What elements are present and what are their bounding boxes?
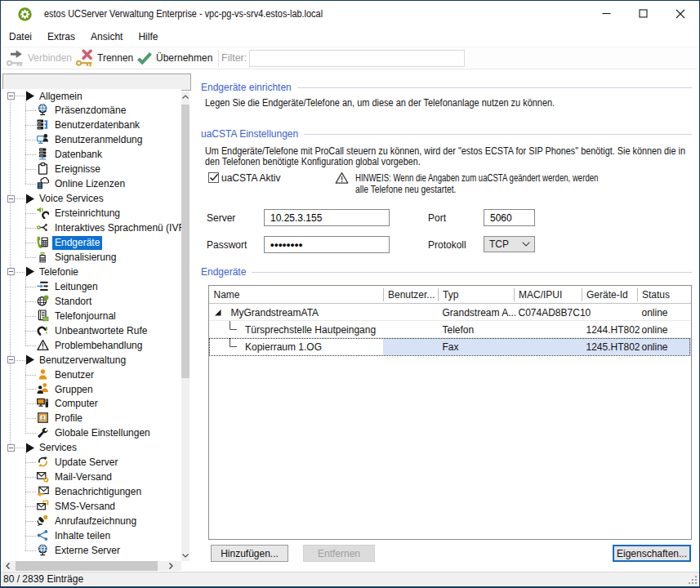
tree-item-update-server[interactable]: Update Server — [2, 455, 181, 470]
tree-item-label: Profile — [52, 412, 85, 425]
tree-connector — [25, 169, 37, 170]
tree-item-telefonie[interactable]: Telefonie — [2, 265, 181, 279]
scroll-right-arrow[interactable] — [166, 561, 177, 571]
maximize-button[interactable] — [625, 1, 662, 26]
column-header-typ[interactable]: Typ — [443, 286, 512, 304]
tree-item-anrufaufzeichnung[interactable]: Anrufaufzeichnung — [2, 514, 181, 528]
menu-extras[interactable]: Extras — [41, 28, 82, 46]
tree-item-benutzerverwaltung[interactable]: Benutzerverwaltung — [2, 353, 181, 368]
toolbar-button-label: Verbinden — [28, 52, 72, 64]
column-separator[interactable] — [383, 288, 384, 301]
tree-item-mail-versand[interactable]: Mail-Versand — [2, 470, 181, 484]
tree-item-services[interactable]: Services — [2, 440, 181, 455]
tree-item-voice-services[interactable]: Voice Services — [2, 191, 181, 206]
row-expanded-icon[interactable] — [214, 309, 222, 317]
tree-connector — [25, 301, 37, 302]
tree-collapse-toggle[interactable] — [7, 444, 15, 452]
tree-item-allgemein[interactable]: Allgemein — [2, 89, 181, 104]
password-input[interactable] — [264, 236, 390, 253]
remove-button[interactable]: Entfernen — [303, 545, 375, 562]
tree-collapse-toggle[interactable] — [7, 268, 15, 275]
column-separator[interactable] — [637, 288, 638, 301]
add-button[interactable]: Hinzufügen... — [211, 545, 288, 562]
column-header-status[interactable]: Status — [642, 286, 689, 304]
close-button[interactable] — [662, 1, 698, 26]
tree-item-label: Ereignisse — [52, 163, 103, 176]
tree-item-interaktives-sprachmenü-ivr-[interactable]: Interaktives Sprachmenü (IVR) — [2, 220, 181, 235]
menu-datei[interactable]: Datei — [2, 28, 38, 46]
tree-item-standort[interactable]: Standort — [2, 294, 181, 309]
toolbar: Filter: VerbindenTrennenÜbernehmen — [2, 47, 698, 69]
port-input[interactable] — [484, 209, 535, 226]
scrollbar-thumb[interactable] — [181, 105, 189, 378]
tree-vertical-scrollbar[interactable] — [181, 91, 189, 561]
scrollbar-thumb[interactable] — [16, 561, 158, 571]
tree-item-signalisierung[interactable]: Signalisierung — [2, 250, 181, 265]
tree-item-globale-einstellungen[interactable]: Globale Einstellungen — [2, 425, 181, 440]
tree-item-externe-server[interactable]: Externe Server — [2, 543, 181, 558]
devices-setup-description: Legen Sie die Endgeräte/Telefone an, um … — [205, 97, 555, 109]
uacsta-active-checkbox[interactable] — [208, 172, 219, 183]
cell-typ: Grandstream A... — [443, 304, 513, 321]
clipboard-icon — [37, 163, 49, 175]
tree-connector — [25, 345, 37, 346]
column-separator[interactable] — [514, 288, 515, 301]
tree-item-datenbank[interactable]: Datenbank — [2, 147, 181, 162]
filter-input[interactable] — [249, 50, 465, 67]
tree-item-benutzerdatenbank[interactable]: Benutzerdatenbank — [2, 118, 181, 132]
tree-item-online-lizenzen[interactable]: Online Lizenzen — [2, 176, 181, 191]
tree-item-computer[interactable]: Computer — [2, 396, 181, 411]
properties-button[interactable]: Eigenschaften... — [613, 545, 691, 562]
tree-branch-connector — [25, 203, 26, 257]
app-logo-icon — [18, 7, 32, 21]
tree-item-benutzer[interactable]: Benutzer — [2, 368, 181, 382]
tree-connector — [25, 521, 37, 522]
tree-item-label: Externe Server — [52, 544, 123, 558]
tree-item-ereignisse[interactable]: Ereignisse — [2, 162, 181, 176]
column-header-gerteid[interactable]: Geräte-Id — [586, 286, 635, 304]
scroll-left-arrow[interactable] — [2, 561, 14, 571]
tree-item-telefonjournal[interactable]: Telefonjournal — [2, 309, 181, 323]
column-separator[interactable] — [438, 288, 439, 301]
server-input[interactable] — [264, 209, 390, 226]
tree-item-endgeräte[interactable]: Endgeräte — [2, 235, 181, 250]
tree-item-profile[interactable]: Profile — [2, 411, 181, 425]
tree-item-benachrichtigungen[interactable]: Benachrichtigungen — [2, 484, 181, 499]
minimize-button[interactable] — [588, 1, 625, 26]
tree-item-problembehandlung[interactable]: Problembehandlung — [2, 338, 181, 353]
scroll-up-arrow[interactable] — [181, 91, 189, 102]
keypad-signal-icon — [37, 251, 49, 263]
tree-item-präsenzdomäne[interactable]: Präsenzdomäne — [2, 103, 181, 118]
tree-item-benutzeranmeldung[interactable]: Benutzeranmeldung — [2, 132, 181, 147]
toolbar-button-check[interactable]: Übernehmen — [137, 47, 212, 69]
tree-collapse-toggle[interactable] — [7, 356, 15, 363]
globe-external-icon — [37, 544, 49, 556]
tree-item-unbeantwortete-rufe[interactable]: Unbeantwortete Rufe — [2, 323, 181, 338]
tree-item-label: Computer — [52, 397, 100, 411]
tree-item-ersteinrichtung[interactable]: Ersteinrichtung — [2, 206, 181, 220]
tree-item-sms-versand[interactable]: SMS-Versand — [2, 499, 181, 514]
tree-item-gruppen[interactable]: Gruppen — [2, 382, 181, 397]
column-header-benutzer[interactable]: Benutzer... — [388, 286, 436, 304]
tree-horizontal-scrollbar[interactable] — [2, 561, 181, 571]
tree-item-inhalte-teilen[interactable]: Inhalte teilen — [2, 528, 181, 543]
column-header-macipui[interactable]: MAC/IPUI — [519, 286, 580, 304]
tree-collapse-toggle[interactable] — [7, 92, 15, 100]
menu-hilfe[interactable]: Hilfe — [132, 28, 164, 46]
resize-grip[interactable] — [689, 576, 698, 586]
tree-collapse-toggle[interactable] — [7, 195, 15, 203]
toolbar-button-key-disconnect[interactable]: Trennen — [76, 47, 133, 69]
table-header: NameBenutzer...TypMAC/IPUIGeräte-IdStatu… — [209, 286, 691, 304]
tree-item-leitungen[interactable]: Leitungen — [2, 279, 181, 294]
section-uacsta-header: uaCSTA Einstellungen — [201, 128, 692, 140]
cell-status: online — [642, 304, 690, 321]
scroll-down-arrow[interactable] — [181, 550, 189, 561]
column-separator[interactable] — [582, 288, 582, 301]
protocol-select[interactable]: TCP — [484, 236, 535, 252]
tree-connector — [25, 506, 37, 507]
section-devices-setup-header: Endgeräte einrichten — [201, 82, 692, 93]
share-nodes-icon — [37, 529, 49, 541]
menu-ansicht[interactable]: Ansicht — [84, 28, 129, 46]
chevron-down-icon — [182, 554, 189, 558]
column-header-name[interactable]: Name — [214, 286, 382, 304]
